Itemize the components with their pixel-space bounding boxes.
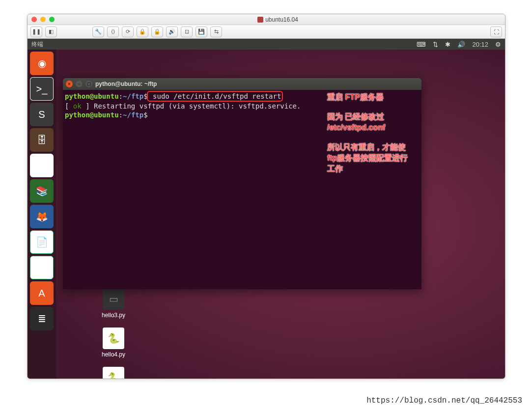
prompt-colon: : [119, 92, 123, 100]
desktop-file-hello3[interactable]: ▭ hello3.py [96, 288, 131, 319]
disk-button[interactable]: ⟳ [122, 27, 134, 37]
command-1: sudo /etc/init.d/vsftpd restart [149, 92, 281, 100]
fullscreen-button[interactable]: ⛶ [490, 27, 502, 37]
mac-traffic-lights [31, 17, 55, 22]
file-label: hello4.py [96, 351, 131, 358]
term-maximize-icon[interactable]: ▢ [85, 81, 92, 87]
annotation-line-2: 因为 已经修改过 /etc/vsftpd.conf [327, 111, 411, 133]
trash-launcher-icon[interactable]: ≣ [30, 307, 54, 330]
file-icon: ▭ [103, 288, 124, 310]
books-launcher-icon[interactable]: 📚 [30, 179, 54, 203]
minimize-icon[interactable] [40, 17, 46, 22]
clock[interactable]: 20:12 [472, 41, 488, 48]
snapshot-button[interactable]: ◧ [45, 27, 57, 37]
prompt-user: python [65, 92, 90, 100]
prompt-colon: : [119, 111, 123, 119]
chrome-launcher-icon[interactable]: ◯ [30, 154, 54, 177]
prompt-path: ~/ftp [123, 92, 143, 100]
zoom-icon[interactable] [49, 17, 55, 22]
title-text: ubuntu16.04 [265, 16, 298, 23]
annotation-line-3: 所以只有重启，才能使ftp服务器按照配置进行工作 [327, 142, 411, 174]
ubuntu-menubar: 终端 ⌨ ⇅ ✱ 🔊 20:12 ⚙ [28, 39, 505, 50]
annotation-line-1: 重启 FTP服务器 [327, 92, 411, 103]
calc-launcher-icon[interactable]: ▦ [30, 256, 54, 279]
command-highlight-box: sudo /etc/init.d/vsftpd restart [147, 91, 283, 102]
prompt-host: ubuntu [94, 92, 119, 100]
unity-launcher: ◉ >_ S 🗄 ◯ 📚 🦊 📄 ▦ A ≣ [28, 50, 56, 379]
files-launcher-icon[interactable]: 🗄 [30, 128, 54, 152]
keyboard-icon[interactable]: ⌨ [417, 41, 426, 48]
vm-icon [257, 17, 263, 23]
terminal-launcher-icon[interactable]: >_ [30, 77, 54, 101]
cursor-line [148, 111, 152, 119]
window-title: ubuntu16.04 [55, 16, 501, 23]
file-label: hello3.py [96, 312, 131, 319]
term-minimize-icon[interactable]: − [76, 81, 83, 87]
sublime-launcher-icon[interactable]: S [30, 103, 54, 126]
volume-icon[interactable]: 🔊 [457, 41, 465, 48]
desktop-file-partial[interactable]: 🐍 [96, 367, 131, 379]
out-ok: ok [73, 102, 82, 110]
lock1-button[interactable]: 🔒 [137, 27, 148, 37]
network-icon[interactable]: ⇅ [433, 41, 438, 48]
pause-button[interactable]: ❚❚ [30, 27, 42, 37]
settings-button[interactable]: 🔧 [92, 27, 104, 37]
share-button[interactable]: ⇆ [210, 27, 222, 37]
close-icon[interactable] [31, 17, 37, 22]
firefox-launcher-icon[interactable]: 🦊 [30, 205, 54, 228]
bluetooth-icon[interactable]: ✱ [445, 41, 450, 48]
terminal-titlebar[interactable]: × − ▢ python@ubuntu: ~/ftp [63, 78, 421, 90]
gear-icon[interactable]: ⚙ [495, 41, 501, 48]
watermark: https://blog.csdn.net/qq_26442553 [366, 396, 522, 405]
python-file-icon: 🐍 [103, 327, 124, 349]
terminal-title: python@ubuntu: ~/ftp [95, 81, 157, 87]
prompt-user: python [65, 111, 90, 119]
software-launcher-icon[interactable]: A [30, 281, 54, 305]
desktop-file-hello4[interactable]: 🐍 hello4.py [96, 327, 131, 358]
ubuntu-desktop: 终端 ⌨ ⇅ ✱ 🔊 20:12 ⚙ ◉ >_ S 🗄 ◯ 📚 🦊 📄 ▦ A … [28, 39, 505, 379]
prompt-host: ubuntu [94, 111, 119, 119]
annotation-overlay: 重启 FTP服务器 因为 已经修改过 /etc/vsftpd.conf 所以只有… [327, 92, 411, 174]
dash-icon[interactable]: ◉ [30, 52, 54, 75]
term-close-icon[interactable]: × [66, 81, 73, 87]
out-post: ] Restarting vsftpd (via systemctl): vsf… [82, 102, 301, 110]
out-pre: [ [65, 102, 73, 110]
prompt-at: @ [90, 111, 94, 119]
python-file-icon: 🐍 [103, 367, 124, 379]
prompt-dollar: $ [143, 111, 147, 119]
writer-launcher-icon[interactable]: 📄 [30, 230, 54, 254]
prompt-path: ~/ftp [123, 111, 143, 119]
network-button[interactable]: ⟨⟩ [107, 27, 119, 37]
vm-host-window: ubuntu16.04 ❚❚ ◧ 🔧 ⟨⟩ ⟳ 🔒 🔒 🔊 ⊡ 💾 ⇆ ⛶ 终端… [27, 14, 505, 379]
mac-titlebar: ubuntu16.04 [28, 14, 505, 25]
sound-button[interactable]: 🔊 [166, 27, 178, 37]
vm-toolbar: ❚❚ ◧ 🔧 ⟨⟩ ⟳ 🔒 🔒 🔊 ⊡ 💾 ⇆ ⛶ [28, 25, 505, 39]
floppy-button[interactable]: 💾 [196, 27, 207, 37]
lock2-button[interactable]: 🔒 [151, 27, 163, 37]
active-app-name: 终端 [31, 40, 417, 49]
prompt-at: @ [90, 92, 94, 100]
usb-button[interactable]: ⊡ [181, 27, 193, 37]
